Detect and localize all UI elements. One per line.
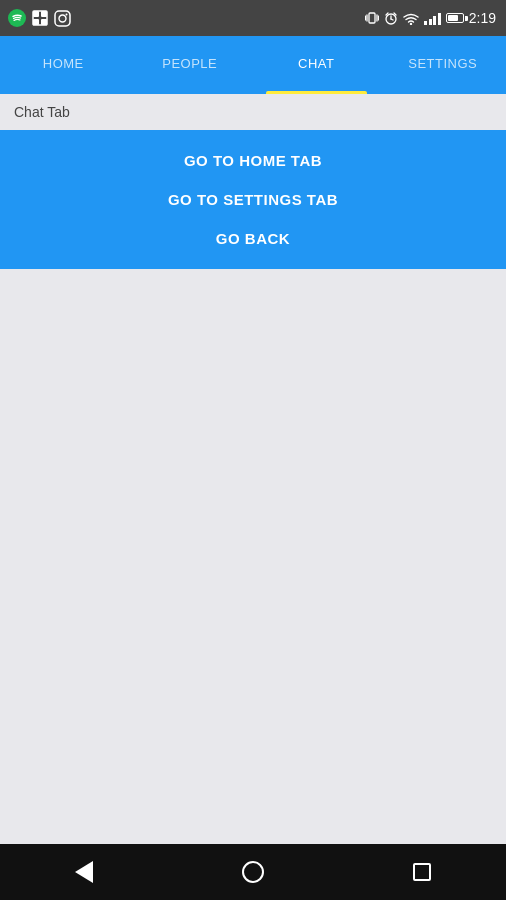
tab-settings-label: SETTINGS (408, 56, 477, 71)
svg-rect-9 (369, 13, 375, 23)
wifi-icon (403, 12, 419, 25)
status-bar-left (8, 9, 71, 27)
back-icon (75, 861, 93, 883)
status-time: 2:19 (469, 10, 496, 26)
svg-rect-6 (55, 11, 70, 26)
tab-home-label: HOME (43, 56, 84, 71)
go-home-tab-button[interactable]: GO TO HOME TAB (174, 148, 332, 173)
svg-rect-4 (33, 19, 39, 25)
go-back-button[interactable]: GO BACK (206, 226, 300, 251)
status-bar: 2:19 (0, 0, 506, 36)
svg-rect-3 (41, 11, 47, 17)
tab-chat-label: CHAT (298, 56, 334, 71)
go-settings-tab-button[interactable]: GO TO SETTINGS TAB (158, 187, 348, 212)
svg-point-7 (59, 15, 66, 22)
home-nav-button[interactable] (228, 852, 278, 892)
tab-settings[interactable]: SETTINGS (380, 36, 507, 94)
battery-icon (446, 13, 464, 23)
svg-point-19 (410, 22, 412, 24)
tab-people-label: PEOPLE (162, 56, 217, 71)
status-bar-right: 2:19 (365, 10, 496, 26)
alarm-icon (384, 11, 398, 25)
content-panel: GO TO HOME TAB GO TO SETTINGS TAB GO BAC… (0, 130, 506, 269)
svg-rect-5 (41, 19, 47, 25)
tab-bar: HOME PEOPLE CHAT SETTINGS (0, 36, 506, 94)
bottom-nav (0, 844, 506, 900)
instagram-icon (54, 10, 71, 27)
recents-icon (413, 863, 431, 881)
svg-line-16 (391, 19, 393, 20)
recents-nav-button[interactable] (397, 852, 447, 892)
home-icon (242, 861, 264, 883)
tab-home[interactable]: HOME (0, 36, 127, 94)
vibrate-icon (365, 11, 379, 25)
tab-chat[interactable]: CHAT (253, 36, 380, 94)
main-content-area (0, 269, 506, 844)
signal-icon (424, 11, 441, 25)
back-nav-button[interactable] (59, 852, 109, 892)
gallery-icon (32, 10, 48, 26)
svg-rect-2 (33, 11, 39, 17)
page-label-text: Chat Tab (14, 104, 70, 120)
page-label: Chat Tab (0, 94, 506, 130)
tab-people[interactable]: PEOPLE (127, 36, 254, 94)
spotify-icon (8, 9, 26, 27)
svg-point-8 (66, 13, 68, 15)
